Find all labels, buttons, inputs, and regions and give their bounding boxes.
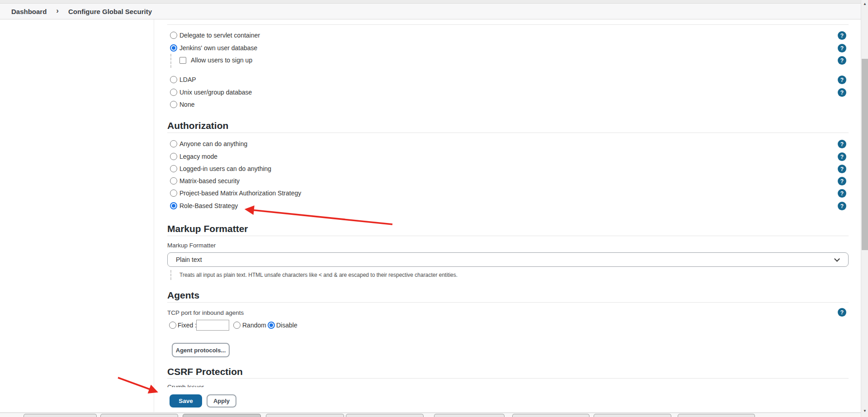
radio-delegate-servlet[interactable] [170, 32, 177, 39]
annotation-arrows [0, 0, 868, 417]
scrollbar-thumb[interactable] [862, 59, 868, 250]
radio-label[interactable]: Logged-in users can do anything [179, 164, 271, 173]
help-icon[interactable]: ? [838, 31, 846, 40]
taskbar-button[interactable] [100, 414, 178, 417]
section-divider [167, 133, 849, 133]
save-button[interactable]: Save [170, 394, 202, 408]
taskbar-button[interactable] [24, 414, 97, 417]
agent-protocols-button[interactable]: Agent protocols... [172, 343, 230, 357]
section-title-markup-formatter: Markup Formatter [167, 223, 248, 234]
taskbar [0, 412, 861, 417]
taskbar-button[interactable] [266, 414, 344, 417]
breadcrumb: Dashboard › Configure Global Security [0, 4, 868, 19]
radio-tcp-disable[interactable] [268, 322, 275, 329]
help-icon[interactable]: ? [838, 189, 846, 198]
radio-none[interactable] [170, 101, 177, 108]
taskbar-button[interactable] [346, 414, 424, 417]
breadcrumb-dashboard-link[interactable]: Dashboard [11, 8, 47, 15]
tcp-port-field-label: TCP port for inbound agents [167, 309, 244, 316]
section-divider [167, 24, 849, 25]
radio-matrix[interactable] [170, 177, 177, 185]
taskbar-button[interactable] [594, 414, 671, 417]
markup-formatter-select[interactable]: Plain text [167, 252, 849, 267]
help-icon[interactable]: ? [838, 140, 846, 148]
radio-label[interactable]: None [179, 100, 194, 109]
checkbox-allow-signup[interactable] [179, 57, 186, 64]
radio-label[interactable]: Disable [276, 321, 297, 330]
radio-label[interactable]: Matrix-based security [179, 176, 240, 185]
radio-label[interactable]: Legacy mode [179, 152, 217, 161]
taskbar-button[interactable] [512, 414, 590, 417]
breadcrumb-current-page: Configure Global Security [68, 8, 152, 15]
arrow-role-based-strategy [246, 209, 392, 224]
help-text-indicator [170, 270, 171, 280]
bottom-button-bar [154, 387, 861, 412]
window-top-edge [0, 0, 868, 4]
nested-option-indicator [170, 54, 171, 68]
arrow-save-button [118, 378, 156, 392]
scrollbar-down-arrow[interactable]: ▼ [861, 409, 868, 413]
taskbar-button[interactable] [434, 414, 505, 417]
help-icon[interactable]: ? [838, 88, 846, 97]
selected-option: Plain text [176, 256, 202, 263]
radio-tcp-fixed[interactable] [169, 322, 176, 329]
radio-label[interactable]: Unix user/group database [179, 88, 252, 97]
radio-tcp-random[interactable] [233, 322, 241, 329]
section-divider [167, 378, 849, 379]
markup-formatter-field-label: Markup Formatter [167, 242, 216, 249]
radio-label[interactable]: Delegate to servlet container [179, 31, 260, 40]
section-divider [167, 302, 849, 303]
markup-formatter-help-text: Treats all input as plain text. HTML uns… [179, 272, 458, 278]
help-icon[interactable]: ? [838, 76, 846, 84]
help-icon[interactable]: ? [838, 165, 846, 173]
help-icon[interactable]: ? [838, 308, 846, 317]
taskbar-button-active[interactable] [183, 414, 261, 417]
radio-anyone[interactable] [170, 140, 177, 147]
help-icon[interactable]: ? [838, 202, 846, 210]
radio-label[interactable]: Project-based Matrix Authorization Strat… [179, 189, 301, 198]
checkbox-label[interactable]: Allow users to sign up [191, 56, 252, 65]
fixed-port-input[interactable] [196, 320, 229, 331]
breadcrumb-separator-icon: › [56, 6, 59, 15]
radio-label[interactable]: LDAP [179, 75, 196, 84]
radio-label[interactable]: Anyone can do anything [179, 139, 247, 148]
apply-button[interactable]: Apply [207, 394, 236, 408]
scrollbar[interactable]: ▲ ▼ [861, 0, 868, 417]
section-divider [167, 236, 849, 236]
sidebar-content-divider [154, 19, 154, 412]
help-icon[interactable]: ? [838, 44, 846, 52]
taskbar-button[interactable] [678, 414, 755, 417]
radio-ldap[interactable] [170, 76, 177, 83]
radio-jenkins-own-db[interactable] [170, 44, 177, 52]
radio-label[interactable]: Random [242, 321, 266, 330]
radio-role-based[interactable] [170, 202, 177, 209]
section-title-authorization: Authorization [167, 120, 228, 131]
radio-unix-db[interactable] [170, 89, 177, 96]
help-icon[interactable]: ? [838, 56, 846, 65]
help-icon[interactable]: ? [838, 152, 846, 161]
radio-logged-in[interactable] [170, 165, 177, 172]
scrollbar-up-arrow[interactable]: ▲ [861, 2, 868, 6]
radio-project-matrix[interactable] [170, 190, 177, 197]
help-icon[interactable]: ? [838, 177, 846, 185]
chevron-down-icon [834, 256, 840, 262]
section-title-csrf: CSRF Protection [167, 366, 243, 377]
radio-label[interactable]: Role-Based Strategy [179, 201, 238, 210]
radio-legacy[interactable] [170, 153, 177, 160]
section-title-agents: Agents [167, 290, 199, 301]
radio-label[interactable]: Fixed : [178, 321, 197, 330]
radio-label[interactable]: Jenkins' own user database [179, 43, 257, 52]
